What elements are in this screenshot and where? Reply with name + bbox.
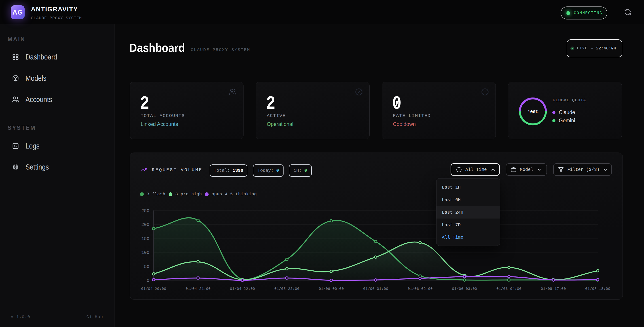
svg-text:01/06 01:00: 01/06 01:00 [363, 287, 388, 291]
svg-text:150: 150 [141, 236, 149, 241]
svg-text:01/04 20:00: 01/04 20:00 [141, 287, 166, 291]
svg-text:01/08 18:00: 01/08 18:00 [585, 287, 610, 291]
svg-text:01/06 00:00: 01/06 00:00 [319, 287, 344, 291]
svg-text:250: 250 [141, 208, 149, 214]
svg-text:01/04 21:00: 01/04 21:00 [185, 287, 210, 291]
svg-text:01/04 22:00: 01/04 22:00 [230, 287, 255, 291]
svg-text:50: 50 [144, 264, 149, 269]
svg-text:01/08 17:00: 01/08 17:00 [541, 287, 566, 291]
svg-text:100%: 100% [528, 109, 538, 114]
svg-text:01/06 03:00: 01/06 03:00 [452, 287, 477, 291]
svg-text:01/06 02:00: 01/06 02:00 [408, 287, 432, 291]
svg-text:100: 100 [141, 250, 149, 255]
svg-text:01/05 23:00: 01/05 23:00 [274, 287, 300, 291]
svg-text:200: 200 [141, 222, 149, 227]
svg-text:0: 0 [147, 278, 149, 283]
svg-text:01/06 04:00: 01/06 04:00 [496, 287, 522, 291]
